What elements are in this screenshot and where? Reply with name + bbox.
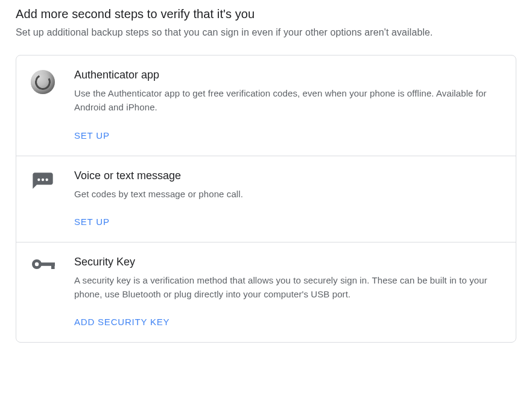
sms-icon: [31, 170, 74, 227]
step-description: A security key is a verification method …: [74, 273, 501, 302]
step-security-key: Security Key A security key is a verific…: [16, 242, 516, 343]
step-description: Get codes by text message or phone call.: [74, 187, 501, 201]
section-subtitle: Set up additional backup steps so that y…: [16, 27, 516, 38]
step-description: Use the Authenticator app to get free ve…: [74, 86, 501, 115]
add-security-key-button[interactable]: Add Security Key: [74, 317, 169, 327]
svg-point-0: [37, 178, 40, 180]
step-title: Authenticator app: [74, 69, 501, 81]
section-title: Add more second steps to verify that it'…: [16, 7, 516, 21]
step-title: Voice or text message: [74, 170, 501, 182]
key-icon: [31, 256, 74, 328]
svg-point-2: [46, 178, 48, 180]
svg-rect-6: [51, 265, 55, 269]
authenticator-icon: [31, 69, 74, 141]
setup-authenticator-button[interactable]: Set up: [74, 130, 110, 141]
step-authenticator: Authenticator app Use the Authenticator …: [16, 55, 516, 156]
setup-voice-text-button[interactable]: Set up: [74, 217, 110, 227]
second-steps-card: Authenticator app Use the Authenticator …: [16, 55, 516, 343]
svg-point-1: [42, 178, 44, 180]
svg-point-4: [35, 262, 39, 266]
step-voice-text: Voice or text message Get codes by text …: [16, 156, 516, 242]
step-title: Security Key: [74, 256, 501, 268]
